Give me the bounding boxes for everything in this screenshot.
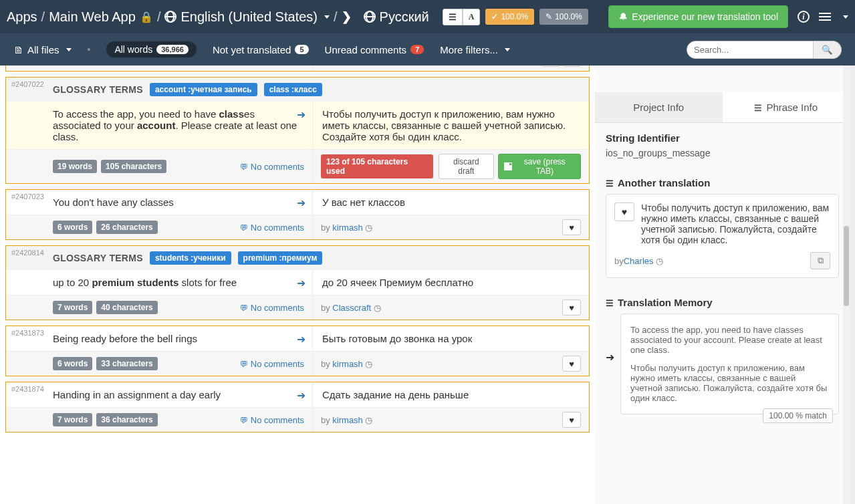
glossary-row: GLOSSARY TERMS students :ученики premium… (6, 246, 589, 270)
glossary-label: GLOSSARY TERMS (53, 253, 143, 263)
save-button[interactable]: save (press TAB) (498, 154, 581, 179)
copy-source-icon[interactable]: ➜ (297, 277, 306, 289)
all-words-label: All words (114, 44, 152, 55)
filter-unread[interactable]: Unread comments7 (325, 44, 424, 55)
comments-link[interactable]: No comments (240, 359, 304, 369)
segment[interactable]: #2420814 GLOSSARY TERMS students :ученик… (5, 245, 590, 320)
like-button[interactable]: ♥ (562, 412, 581, 428)
glossary-term[interactable]: premium :премиум (238, 251, 323, 265)
author-link[interactable]: Charles (624, 256, 654, 266)
target-text[interactable]: Быть готовым до звонка на урок (312, 326, 589, 351)
src-text: You don't have any classes (53, 197, 174, 208)
breadcrumb-sep: / (157, 9, 161, 25)
hamburger-icon[interactable] (819, 11, 831, 23)
breadcrumb-source-lang[interactable]: English (United States) (180, 9, 318, 25)
source-text: up to 20 premium students slots for free… (6, 270, 312, 295)
segment[interactable]: #2431873 Being ready before the bell rin… (5, 326, 590, 376)
copy-source-icon[interactable]: ➜ (297, 108, 306, 121)
new-tool-button[interactable]: Experience our new translation tool (608, 5, 788, 28)
segment[interactable]: #2407023 You don't have any classes➜ У в… (5, 189, 590, 240)
filter-all-words[interactable]: All words36,966 (106, 41, 196, 57)
breadcrumb-target-lang[interactable]: Русский (380, 9, 429, 25)
copy-source-icon[interactable]: ➜ (297, 197, 306, 209)
menu-chevron-down-icon[interactable] (843, 15, 848, 19)
target-text[interactable]: до 20 ячеек Премиум бесплатно (312, 270, 589, 295)
discard-button[interactable]: discard draft (439, 154, 494, 179)
string-id-label: String Identifier (606, 132, 839, 144)
sidebar-tabs: Project Info Phrase Info (595, 92, 850, 123)
like-button[interactable]: ♥ (562, 299, 581, 316)
verified-badge[interactable]: 100.0% (485, 9, 534, 25)
author-link[interactable]: kirmash (332, 415, 363, 425)
like-button[interactable]: ♥ (614, 203, 634, 221)
new-tool-label: Experience our new translation tool (632, 11, 778, 22)
another-translation-box: ♥ Чтобы получить доступ к приложению, ва… (606, 194, 839, 278)
like-button[interactable]: ♥ (562, 219, 581, 235)
word-count-chip: 6 words (53, 357, 92, 370)
list-icon (606, 177, 614, 188)
search-input[interactable] (687, 41, 814, 59)
segment[interactable]: #2431874 Handing in an assignment a day … (5, 382, 590, 432)
filter-all-files[interactable]: All files (13, 44, 72, 55)
segment-id: #2420814 (6, 246, 49, 259)
another-label-text: Another translation (618, 177, 710, 188)
scrollbar[interactable] (843, 66, 850, 504)
glossary-term[interactable]: students :ученики (150, 251, 231, 265)
filter-not-translated[interactable]: Not yet translated5 (213, 44, 309, 55)
comments-label: No comments (251, 359, 304, 369)
view-toggle[interactable]: A (443, 9, 481, 25)
author-link[interactable]: Classcraft (332, 303, 371, 313)
copy-button[interactable]: ⧉ (810, 252, 830, 269)
chevron-right-icon: ❯ (342, 9, 352, 24)
copy-source-icon[interactable]: ➜ (297, 389, 306, 402)
another-translation-text: Чтобы получить доступ к приложению, вам … (641, 203, 830, 245)
target-text-editor[interactable]: Чтобы получить доступ к приложению, вам … (312, 102, 589, 149)
src-text: Handing in an assignment a day early (53, 389, 221, 400)
file-icon (13, 44, 23, 55)
tab-phrase-info[interactable]: Phrase Info (723, 92, 850, 122)
list-view-button[interactable] (443, 9, 463, 25)
save-label: save (press TAB) (515, 157, 575, 176)
pencil-icon (545, 12, 552, 21)
bell-icon (618, 11, 628, 22)
target-text[interactable]: У вас нет классов (312, 190, 589, 215)
glossary-term[interactable]: class :класс (264, 83, 322, 96)
vote-down-button[interactable]: ▾ (541, 66, 560, 67)
char-count-chip: 105 characters (101, 160, 166, 173)
tm-label-text: Translation Memory (618, 297, 713, 308)
info-icon[interactable]: i (798, 11, 810, 23)
comment-icon (240, 162, 248, 172)
chevron-down-icon[interactable] (324, 15, 330, 19)
translated-badge[interactable]: 100.0% (539, 9, 588, 25)
author-link[interactable]: kirmash (332, 223, 363, 233)
breadcrumb-sep: / (41, 9, 45, 25)
tm-box[interactable]: To access the app, you need to have clas… (620, 313, 839, 414)
like-button[interactable]: ♥ (562, 356, 581, 372)
comments-link[interactable]: No comments (240, 223, 304, 233)
top-center-controls: A 100.0% 100.0% (443, 9, 609, 25)
src-text: slots for free (178, 277, 237, 288)
scrollbar-thumb[interactable] (844, 226, 849, 306)
not-translated-label: Not yet translated (213, 44, 291, 55)
text-view-button[interactable]: A (463, 9, 481, 25)
segments-panel[interactable]: 5 words 30 characters No comments by nno… (0, 66, 595, 504)
tab-project-info[interactable]: Project Info (595, 92, 723, 122)
src-bold: class (219, 108, 245, 120)
more-filters-label: More filters... (440, 44, 498, 55)
glossary-term[interactable]: account :учетная запись (150, 83, 257, 96)
search-button[interactable]: 🔍 (814, 41, 842, 59)
another-translation-label: Another translation (606, 177, 839, 188)
author: by kirmash (321, 223, 372, 233)
like-button[interactable]: ♥ (562, 66, 581, 67)
comments-link[interactable]: No comments (240, 162, 304, 172)
comments-link[interactable]: No comments (240, 415, 304, 425)
breadcrumb-apps[interactable]: Apps (7, 9, 37, 25)
target-text[interactable]: Сдать задание на день раньше (312, 382, 589, 407)
filter-more[interactable]: More filters... (440, 44, 510, 55)
src-text: To access the app, you need to have (53, 108, 219, 120)
breadcrumb-project[interactable]: Main Web App (49, 9, 136, 25)
copy-source-icon[interactable]: ➜ (297, 333, 306, 346)
author-link[interactable]: kirmash (332, 359, 363, 369)
all-words-count: 36,966 (156, 45, 189, 54)
comments-link[interactable]: No comments (240, 303, 304, 313)
